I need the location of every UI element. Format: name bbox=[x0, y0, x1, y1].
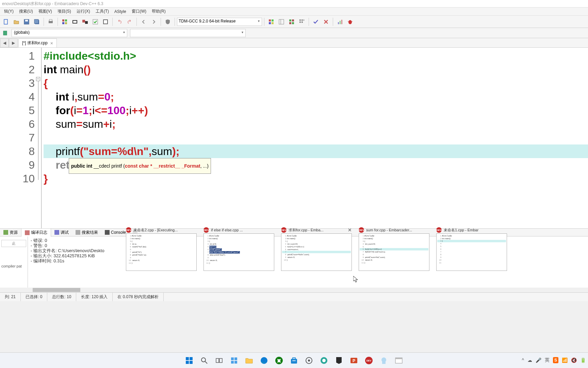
edge-icon[interactable] bbox=[258, 354, 271, 367]
save-icon[interactable] bbox=[22, 17, 31, 27]
navigation-bar: (globals) bbox=[0, 28, 588, 38]
tab-console[interactable]: Console bbox=[101, 229, 129, 236]
xbox-icon[interactable] bbox=[273, 354, 285, 367]
shield-icon[interactable] bbox=[163, 17, 173, 27]
svg-point-36 bbox=[348, 20, 352, 24]
window-preview[interactable]: DEVsum for.cpp - Embarcader... 1#include… bbox=[359, 227, 429, 271]
debug-icon[interactable] bbox=[101, 17, 110, 27]
fold-column[interactable]: − bbox=[37, 48, 42, 228]
menu-view[interactable]: 视图(V) bbox=[36, 8, 55, 15]
code-editor[interactable]: 12345678910 − #include<stdio.h> int main… bbox=[0, 48, 588, 228]
rebuild-icon[interactable] bbox=[91, 17, 100, 27]
epic-icon[interactable] bbox=[332, 354, 345, 367]
powerpoint-icon[interactable]: P bbox=[347, 354, 360, 367]
grid-icon-3[interactable] bbox=[297, 17, 307, 27]
scope-select[interactable]: (globals) bbox=[12, 29, 127, 37]
chart-icon[interactable] bbox=[335, 17, 345, 27]
menu-project[interactable]: 项目(S) bbox=[55, 8, 74, 15]
fold-marker-icon[interactable]: − bbox=[36, 77, 40, 81]
status-selected: 已选择: 0 bbox=[21, 293, 47, 301]
menu-tools[interactable]: 工具(T) bbox=[93, 8, 112, 15]
battery-icon[interactable]: 🔋 bbox=[580, 357, 586, 363]
svg-rect-2 bbox=[25, 20, 28, 21]
window-preview[interactable]: DEV求和for.cpp - Emba...✕ 1#include2int ma… bbox=[281, 227, 352, 271]
svg-rect-10 bbox=[65, 22, 67, 24]
svg-rect-51 bbox=[234, 361, 237, 364]
svg-text:DEV: DEV bbox=[366, 359, 372, 362]
nav-fwd-icon[interactable] bbox=[149, 17, 159, 27]
tab-prev-icon[interactable]: ◀ bbox=[0, 39, 9, 47]
save-all-icon[interactable] bbox=[32, 17, 42, 27]
menu-astyle[interactable]: AStyle bbox=[112, 9, 129, 15]
menu-window[interactable]: 窗口(W) bbox=[129, 8, 149, 15]
status-parse: 在 0.078 秒内完成解析 bbox=[113, 293, 164, 301]
svg-rect-21 bbox=[272, 22, 274, 24]
function-select[interactable] bbox=[130, 29, 246, 37]
nav-back-icon[interactable] bbox=[139, 17, 148, 27]
devcpp-icon[interactable]: DEV bbox=[362, 354, 375, 367]
search-icon[interactable] bbox=[198, 354, 211, 367]
new-file-icon[interactable] bbox=[1, 17, 11, 27]
terminal-icon[interactable] bbox=[392, 354, 405, 367]
bookmark-icon[interactable] bbox=[0, 29, 10, 37]
open-file-icon[interactable] bbox=[12, 17, 21, 27]
svg-rect-12 bbox=[73, 21, 77, 23]
anime-icon[interactable] bbox=[377, 354, 390, 367]
window-preview[interactable]: DEV未命名1.cpp - Embar 1#include2int main()… bbox=[436, 227, 507, 271]
bug-icon[interactable] bbox=[345, 17, 355, 27]
run-icon[interactable] bbox=[70, 17, 80, 27]
tab-next-icon[interactable]: ▶ bbox=[9, 39, 18, 47]
svg-rect-48 bbox=[231, 357, 234, 360]
store-icon[interactable] bbox=[288, 354, 300, 367]
x-icon[interactable] bbox=[321, 17, 331, 27]
signature-tooltip: public int __cdecl printf (const char * … bbox=[69, 158, 211, 174]
svg-rect-30 bbox=[304, 19, 304, 21]
windows-taskbar[interactable]: P DEV ^ ☁ 🎤 英 S 📶 🔇 🔋 bbox=[0, 352, 588, 368]
print-icon[interactable] bbox=[46, 17, 55, 27]
window-preview[interactable]: DEVif else if else.cpp ... 1#include2int… bbox=[203, 227, 274, 271]
mic-icon[interactable]: 🎤 bbox=[536, 357, 541, 363]
chevron-up-icon[interactable]: ^ bbox=[522, 357, 524, 363]
menu-help[interactable]: 帮助(R) bbox=[149, 8, 168, 15]
svg-rect-8 bbox=[65, 19, 67, 21]
tab-resources[interactable]: 资源 bbox=[0, 229, 21, 236]
menu-edit[interactable]: 辑(Y) bbox=[1, 8, 16, 15]
photo-icon[interactable] bbox=[317, 354, 330, 367]
explorer-icon[interactable] bbox=[243, 354, 256, 367]
start-icon[interactable] bbox=[183, 354, 196, 367]
compiler-select[interactable]: TDM-GCC 9.2.0 64-bit Release bbox=[177, 18, 262, 26]
file-tab[interactable]: [*] 求和for.cpp × bbox=[18, 39, 57, 47]
widgets-icon[interactable] bbox=[228, 354, 241, 367]
system-tray[interactable]: ^ ☁ 🎤 英 S 📶 🔇 🔋 bbox=[522, 352, 586, 368]
stop-button[interactable]: 止 bbox=[1, 240, 26, 247]
code-area[interactable]: #include<stdio.h> int main() { int i,sum… bbox=[42, 48, 588, 228]
taskview-icon[interactable] bbox=[213, 354, 226, 367]
volume-icon[interactable]: 🔇 bbox=[571, 357, 577, 363]
title-bar: enovo\Desktop\求和for.cpp - Embarcadero De… bbox=[0, 0, 588, 7]
window-preview[interactable]: DEV未命名2.cpp - [Executing... 1#include2in… bbox=[126, 227, 197, 271]
sogou-icon[interactable]: S bbox=[553, 357, 558, 363]
compile-run-icon[interactable] bbox=[80, 17, 90, 27]
svg-rect-9 bbox=[62, 22, 64, 24]
menu-search[interactable]: 搜索(U) bbox=[16, 8, 36, 15]
grid-icon-2[interactable] bbox=[287, 17, 296, 27]
tab-compile-log[interactable]: 编译日志 bbox=[21, 228, 51, 237]
svg-rect-41 bbox=[190, 357, 193, 360]
ime-icon[interactable]: 英 bbox=[545, 357, 550, 363]
svg-point-65 bbox=[381, 357, 386, 362]
preview-close-icon[interactable]: ✕ bbox=[348, 227, 352, 233]
wifi-icon[interactable]: 📶 bbox=[562, 357, 568, 363]
undo-icon[interactable] bbox=[115, 17, 124, 27]
grid-icon-1[interactable] bbox=[266, 17, 276, 27]
cloud-icon[interactable]: ☁ bbox=[527, 357, 532, 363]
compile-icon[interactable] bbox=[60, 17, 69, 27]
tab-close-icon[interactable]: × bbox=[50, 41, 53, 46]
tab-search-results[interactable]: 搜索结果 bbox=[72, 229, 101, 236]
menu-run[interactable]: 运行(X) bbox=[74, 8, 93, 15]
panel-icon[interactable] bbox=[277, 17, 286, 27]
tab-debug[interactable]: 调试 bbox=[51, 229, 72, 236]
check-icon[interactable] bbox=[311, 17, 321, 27]
redo-icon[interactable] bbox=[125, 17, 134, 27]
horizontal-scrollbar[interactable] bbox=[33, 288, 80, 292]
settings-icon[interactable] bbox=[303, 354, 315, 367]
